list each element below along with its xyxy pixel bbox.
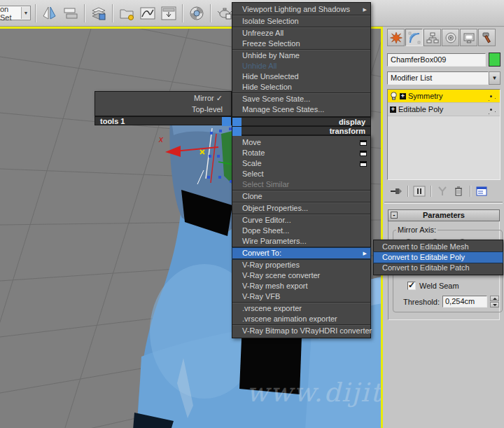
tab-hierarchy[interactable] (424, 29, 441, 46)
quad-header-display[interactable]: display (232, 117, 371, 126)
utilities-hammer-icon (481, 32, 493, 44)
stack-row-label: Editable Poly (398, 105, 443, 113)
quad-menu-column: Viewport Lighting and Shadows Isolate Se… (232, 2, 371, 338)
stack-row-editable-poly[interactable]: + Editable Poly (388, 103, 500, 116)
stack-toolbar (390, 186, 501, 197)
align-icon[interactable] (61, 4, 80, 23)
remove-modifier-icon[interactable] (452, 186, 465, 197)
schematic-view-icon[interactable] (159, 4, 178, 23)
toolbar-separator (470, 186, 470, 197)
selection-set-dropdown[interactable]: on Set ▼ (0, 6, 31, 20)
mirror-icon[interactable] (40, 4, 59, 23)
submenu-item[interactable]: Convert to Editable Mesh (374, 242, 503, 252)
stack-row-dots (490, 109, 492, 111)
material-editor-icon-glyph (188, 4, 206, 22)
menu-item[interactable]: Select Similar (232, 179, 370, 191)
show-end-result-glyph (413, 186, 426, 197)
menu-item[interactable]: .vrscene exporter (232, 303, 370, 314)
menu-item[interactable]: Unhide by Name (232, 50, 370, 61)
parameters-rollout-header[interactable]: - Parameters (388, 209, 500, 221)
object-name-field[interactable]: ChamferBox009 (387, 53, 486, 67)
stack-row-symmetry[interactable]: + Symmetry (388, 90, 500, 103)
menu-item[interactable]: Object Properties... (232, 203, 370, 214)
make-unique-icon[interactable] (436, 186, 449, 197)
material-editor-icon[interactable] (187, 4, 206, 23)
menu-item[interactable]: Viewport Lighting and Shadows (232, 4, 370, 15)
weld-seam-checkbox[interactable] (407, 282, 416, 290)
toolbar-separator (430, 186, 431, 197)
expand-plus-icon[interactable]: + (390, 106, 396, 113)
menu-item[interactable]: Select (232, 169, 370, 179)
pin-glyph (390, 186, 402, 197)
menu-item[interactable]: Freeze Selection (232, 39, 370, 50)
object-color-swatch[interactable] (489, 53, 500, 67)
motion-wheel-icon (444, 32, 457, 44)
tab-display[interactable] (460, 29, 477, 46)
toolbar-separator (35, 4, 36, 22)
collapse-icon[interactable]: - (391, 212, 398, 219)
lightbulb-icon[interactable] (390, 92, 398, 101)
weld-seam-row: Weld Seam (407, 282, 499, 290)
curve-editor-icon[interactable] (138, 4, 157, 23)
menu-item[interactable]: Hide Selection (232, 82, 370, 93)
threshold-spinner (490, 296, 499, 308)
menu-item[interactable]: Top-level (95, 104, 231, 115)
menu-item[interactable]: Wire Parameters... (232, 236, 370, 247)
align-icon-glyph (62, 4, 80, 22)
pin-stack-icon[interactable] (390, 186, 402, 197)
schematic-view-icon-glyph (160, 4, 178, 22)
chevron-down-icon[interactable]: ▼ (489, 71, 500, 85)
configure-modifier-sets-glyph (475, 186, 488, 197)
modifier-list-dropdown[interactable]: Modifier List (387, 71, 489, 85)
render-setup-icon[interactable] (215, 4, 234, 23)
configure-modifier-sets-icon[interactable] (475, 186, 488, 197)
spinner-up-icon[interactable] (490, 296, 499, 301)
menu-item[interactable]: Dope Sheet... (232, 226, 370, 236)
tab-utilities[interactable] (478, 29, 496, 46)
selection-set-value: on Set (0, 5, 21, 22)
submenu-item[interactable]: Convert to Editable Poly (374, 252, 503, 263)
remove-modifier-glyph (452, 186, 465, 197)
spinner-down-icon[interactable] (490, 302, 499, 308)
render-setup-icon-glyph (216, 4, 234, 22)
menu-item[interactable]: Convert To: (232, 248, 370, 259)
menu-item[interactable]: V-Ray mesh export (232, 281, 370, 291)
quad-menu-display: Viewport Lighting and Shadows Isolate Se… (232, 2, 371, 117)
menu-item[interactable]: Move (232, 137, 370, 148)
show-end-result-icon[interactable] (413, 186, 426, 197)
create-starburst-icon (390, 32, 402, 44)
menu-item[interactable]: V-Ray Bitmap to VRayHDRI converter (232, 326, 370, 336)
mirror-axis-label: Mirror Axis: (396, 226, 438, 234)
tab-motion[interactable] (442, 29, 459, 46)
layer-manager-icon[interactable] (89, 4, 108, 23)
menu-item[interactable]: Unhide All (232, 61, 370, 71)
menu-item[interactable]: V-Ray scene converter (232, 270, 370, 281)
menu-item[interactable]: Curve Editor... (232, 215, 370, 226)
toolbar-separator (407, 186, 408, 197)
threshold-field[interactable]: 0,254cm (442, 296, 487, 308)
expand-plus-icon[interactable]: + (400, 93, 406, 99)
submenu-item[interactable]: Convert to Editable Patch (374, 263, 503, 273)
container-icon[interactable] (117, 4, 136, 23)
tab-modify[interactable] (405, 29, 423, 46)
container-icon-glyph (118, 4, 136, 22)
menu-item[interactable]: V-Ray properties (232, 260, 370, 270)
quad-header-tools1[interactable]: tools 1 (94, 116, 232, 125)
quad-header-transform[interactable]: transform (232, 126, 371, 135)
menu-item[interactable]: Clone (232, 191, 370, 202)
panel-divider (384, 202, 503, 204)
menu-item[interactable]: Save Scene State... (232, 94, 370, 104)
menu-item[interactable]: .vrscene animation exporter (232, 314, 370, 325)
tab-create[interactable] (387, 29, 405, 46)
threshold-row: Threshold: 0,254cm (403, 296, 499, 308)
menu-item[interactable]: V-Ray VFB (232, 291, 370, 303)
weld-seam-label: Weld Seam (419, 282, 459, 290)
menu-item[interactable]: Unfreeze All (232, 28, 370, 39)
menu-item[interactable]: Hide Unselected (232, 71, 370, 82)
modify-arc-icon (408, 32, 421, 44)
menu-item[interactable]: Mirror (95, 92, 231, 104)
menu-item[interactable]: Manage Scene States... (232, 104, 370, 115)
menu-item[interactable]: Isolate Selection (232, 16, 370, 27)
menu-item[interactable]: Rotate (232, 148, 370, 158)
menu-item[interactable]: Scale (232, 158, 370, 169)
